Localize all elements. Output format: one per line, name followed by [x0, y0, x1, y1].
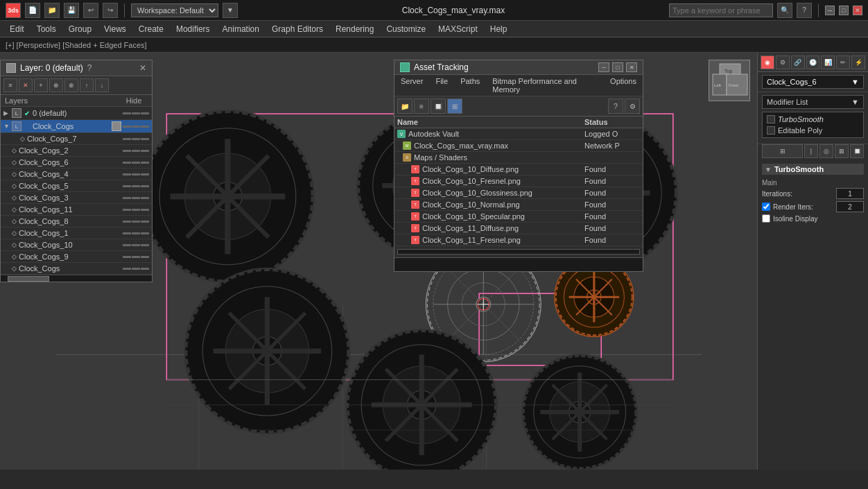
at-tb-1[interactable]: 📁	[397, 98, 413, 114]
menu-modifiers[interactable]: Modifiers	[171, 23, 216, 35]
minimize-btn[interactable]: ─	[825, 6, 835, 15]
layer-panel-close-btn[interactable]: ✕	[139, 63, 146, 73]
at-row-0[interactable]: V Autodesk Vault Logged O	[394, 128, 643, 140]
layer-item-1[interactable]: ▼ L Clock_Cogs	[1, 120, 152, 133]
at-tb-4[interactable]: ⊞	[447, 98, 462, 114]
layer-item-5[interactable]: ◇ Clock_Cogs_4	[1, 169, 152, 180]
layer-name-7: Clock_Cogs_3	[19, 194, 123, 202]
at-menu-bitmap[interactable]: Bitmap Performance and Memory	[490, 76, 600, 94]
layer-panel-help[interactable]: ?	[87, 63, 92, 73]
at-row-7[interactable]: T Clock_Cogs_10_Specular.png Found	[394, 211, 643, 223]
ts-render-iters-input[interactable]	[836, 201, 864, 212]
modifier-item-editablepoly[interactable]: Editable Poly	[764, 125, 862, 136]
menu-edit[interactable]: Edit	[4, 23, 30, 35]
layer-tb-4[interactable]: ⊕	[49, 78, 63, 92]
new-btn[interactable]: 📄	[25, 3, 40, 18]
menu-views[interactable]: Views	[98, 23, 132, 35]
layer-name-11: Clock_Cogs_10	[19, 241, 123, 249]
ts-render-iters-checkbox[interactable]	[762, 203, 770, 211]
layer-scrollbar[interactable]	[1, 275, 152, 282]
mod-btn-3[interactable]: ◎	[819, 144, 833, 158]
rp-btn-1[interactable]: ◉	[761, 55, 774, 69]
at-tb-help[interactable]: ?	[608, 98, 623, 114]
ts-iterations-input[interactable]	[836, 188, 864, 199]
at-row-1[interactable]: M Clock_Cogs_max_vray.max Network P	[394, 140, 643, 152]
layer-item-7[interactable]: ◇ Clock_Cogs_3	[1, 192, 152, 204]
at-row-6[interactable]: T Clock_Cogs_10_Normal.png Found	[394, 199, 643, 211]
layer-item-9[interactable]: ◇ Clock_Cogs_8	[1, 216, 152, 228]
at-row-4[interactable]: T Clock_Cogs_10_Fresnel.png Found	[394, 175, 643, 187]
viewport[interactable]: Total Polys: 276 618 Tris: 276 618 Edges…	[0, 53, 757, 470]
layer-scrollbar-thumb[interactable]	[8, 276, 49, 282]
rp-btn-4[interactable]: 🕐	[806, 55, 820, 69]
mod-btn-1[interactable]: ⊞	[762, 144, 803, 158]
at-maximize-btn[interactable]: □	[612, 62, 623, 72]
at-row-8[interactable]: T Clock_Cogs_11_Diffuse.png Found	[394, 223, 643, 234]
at-tb-2[interactable]: ≡	[414, 98, 429, 114]
workspace-selector[interactable]: Workspace: Default	[131, 3, 218, 17]
mod-btn-4[interactable]: ⊠	[835, 144, 849, 158]
at-menu-options[interactable]: Options	[608, 76, 639, 94]
close-btn[interactable]: ✕	[853, 6, 862, 15]
menu-customize[interactable]: Customize	[381, 23, 431, 35]
at-status-bar	[394, 257, 643, 271]
rp-btn-5[interactable]: 📊	[821, 55, 835, 69]
layer-item-3[interactable]: ◇ Clock_Cogs_2	[1, 145, 152, 157]
layer-tb-5[interactable]: ⊗	[64, 78, 78, 92]
at-row-9[interactable]: T Clock_Cogs_11_Fresnel.png Found	[394, 234, 643, 246]
menu-create[interactable]: Create	[133, 23, 169, 35]
layer-item-10[interactable]: ◇ Clock_Cogs_1	[1, 228, 152, 239]
layer-tb-2[interactable]: ✕	[19, 78, 33, 92]
menu-rendering[interactable]: Rendering	[330, 23, 379, 35]
maximize-btn[interactable]: □	[839, 6, 849, 15]
rp-btn-7[interactable]: ⚡	[851, 55, 865, 69]
at-tb-3[interactable]: 🔲	[431, 98, 446, 114]
layer-item-0[interactable]: ▶ L ✔ 0 (default)	[1, 107, 152, 120]
undo-btn[interactable]: ↩	[83, 3, 98, 18]
layer-item-2[interactable]: ◇ Clock_Cogs_7	[1, 133, 152, 145]
menu-group[interactable]: Group	[63, 23, 97, 35]
menu-graph-editors[interactable]: Graph Editors	[266, 23, 329, 35]
layer-tb-6[interactable]: ↑	[80, 78, 94, 92]
viewport-cube[interactable]: Top Left Front	[709, 60, 750, 101]
layer-item-12[interactable]: ◇ Clock_Cogs_9	[1, 251, 152, 263]
layer-name-3: Clock_Cogs_2	[19, 146, 123, 155]
at-close-btn[interactable]: ✕	[626, 62, 637, 72]
mod-btn-2[interactable]: |	[804, 144, 818, 158]
at-menu-paths[interactable]: Paths	[458, 76, 482, 94]
menu-animation[interactable]: Animation	[217, 23, 265, 35]
open-btn[interactable]: 📁	[44, 3, 60, 18]
layer-item-8[interactable]: ◇ Clock_Cogs_11	[1, 204, 152, 216]
workspace-dropdown-btn[interactable]: ▼	[223, 3, 238, 18]
at-minimize-btn[interactable]: ─	[598, 62, 609, 72]
at-row-2[interactable]: S Maps / Shaders	[394, 152, 643, 164]
rp-btn-3[interactable]: 🔗	[791, 55, 805, 69]
menu-tools[interactable]: Tools	[31, 23, 62, 35]
layer-item-4[interactable]: ◇ Clock_Cogs_6	[1, 157, 152, 169]
at-menu-server[interactable]: Server	[399, 76, 425, 94]
layer-item-11[interactable]: ◇ Clock_Cogs_10	[1, 239, 152, 251]
layer-tb-3[interactable]: +	[34, 78, 48, 92]
separator-2	[818, 3, 819, 17]
search-input[interactable]	[669, 3, 773, 17]
at-row-5[interactable]: T Clock_Cogs_10_Glossiness.png Found	[394, 187, 643, 199]
save-btn[interactable]: 💾	[64, 3, 79, 18]
menu-maxscript[interactable]: MAXScript	[433, 23, 483, 35]
at-tb-settings[interactable]: ⚙	[625, 98, 640, 114]
at-menu-file[interactable]: File	[433, 76, 450, 94]
ts-isoline-checkbox[interactable]	[762, 214, 770, 223]
rp-btn-2[interactable]: ⚙	[776, 55, 790, 69]
layer-item-6[interactable]: ◇ Clock_Cogs_5	[1, 180, 152, 192]
modifier-list-header[interactable]: Modifier List ▼	[762, 95, 864, 109]
layer-tb-1[interactable]: ≡	[3, 78, 17, 92]
at-row-3[interactable]: T Clock_Cogs_10_Diffuse.png Found	[394, 164, 643, 175]
modifier-item-turbosmooth[interactable]: TurboSmooth	[764, 114, 862, 125]
search-btn[interactable]: 🔍	[777, 3, 792, 18]
layer-tb-7[interactable]: ↓	[95, 78, 109, 92]
redo-btn[interactable]: ↪	[103, 3, 118, 18]
menu-help[interactable]: Help	[485, 23, 513, 35]
rp-btn-6[interactable]: ✏	[836, 55, 850, 69]
help-btn[interactable]: ?	[797, 3, 812, 18]
layer-item-13[interactable]: ◇ Clock_Cogs	[1, 263, 152, 275]
mod-btn-5[interactable]: 🔲	[850, 144, 864, 158]
